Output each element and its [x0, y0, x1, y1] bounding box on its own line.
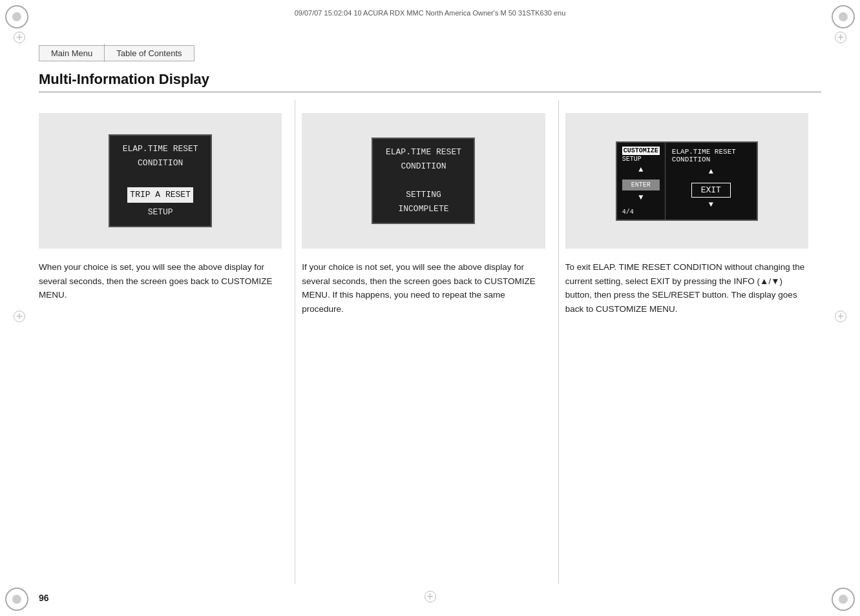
- table-of-contents-button[interactable]: Table of Contents: [105, 45, 194, 61]
- description-2: If your choice is not set, you will see …: [302, 260, 545, 571]
- lcd-line-1b: CONDITION: [138, 158, 183, 168]
- lcd-arrow-down-main: ▼: [672, 200, 750, 209]
- screen-container-2: ELAP.TIME RESET CONDITION SETTING INCOMP…: [302, 113, 545, 249]
- lcd-highlighted-1: TRIP A RESET: [127, 187, 193, 203]
- content-area: ELAP.TIME RESET CONDITION TRIP A RESET S…: [39, 100, 821, 584]
- lcd-arrow-up-main: ▲: [672, 167, 750, 176]
- lcd-line-2b: CONDITION: [401, 161, 446, 171]
- description-1: When your choice is set, you will see th…: [39, 260, 282, 571]
- column-2: ELAP.TIME RESET CONDITION SETTING INCOMP…: [295, 100, 558, 584]
- reg-mark-left-top: +: [13, 31, 26, 44]
- lcd-arrow-down-sidebar: ▼: [622, 193, 660, 202]
- lcd-arrow-up-sidebar: ▲: [622, 165, 660, 174]
- lcd-customize-label: CUSTOMIZE SETUP: [622, 147, 660, 163]
- top-metadata: 09/07/07 15:02:04 10 ACURA RDX MMC North…: [39, 9, 821, 17]
- lcd-screen-2: ELAP.TIME RESET CONDITION SETTING INCOMP…: [372, 138, 475, 224]
- lcd-line-1e: SETUP: [148, 207, 173, 217]
- reg-mark-left-mid: +: [13, 310, 26, 323]
- corner-decoration-br: [832, 588, 855, 611]
- column-3: CUSTOMIZE SETUP ▲ ENTER ▼ 4/4 ELAP.TIME …: [559, 100, 821, 584]
- column-1: ELAP.TIME RESET CONDITION TRIP A RESET S…: [39, 100, 295, 584]
- lcd-main-line-1: ELAP.TIME RESET: [672, 148, 750, 156]
- reg-mark-bottom-center: +: [424, 590, 437, 603]
- lcd-screen-3: CUSTOMIZE SETUP ▲ ENTER ▼ 4/4 ELAP.TIME …: [616, 141, 758, 221]
- main-menu-button[interactable]: Main Menu: [39, 45, 104, 61]
- corner-decoration-bl: [5, 588, 28, 611]
- reg-mark-right-top: +: [834, 31, 847, 44]
- lcd-line-2a: ELAP.TIME RESET: [386, 147, 461, 157]
- reg-mark-right-mid: +: [834, 310, 847, 323]
- nav-bar: Main Menu Table of Contents: [39, 44, 194, 62]
- lcd-setup-label: SETUP: [622, 156, 660, 163]
- corner-decoration-tl: [5, 5, 28, 28]
- page-title: Multi-Information Display: [39, 71, 821, 92]
- description-3: To exit ELAP. TIME RESET CONDITION witho…: [565, 260, 808, 571]
- lcd-fraction: 4/4: [622, 209, 660, 216]
- lcd-sidebar-3: CUSTOMIZE SETUP ▲ ENTER ▼ 4/4: [617, 143, 666, 220]
- lcd-line-2d: SETTING: [406, 190, 441, 200]
- lcd-main-line-2: CONDITION: [672, 156, 750, 163]
- columns-container: ELAP.TIME RESET CONDITION TRIP A RESET S…: [39, 100, 821, 584]
- screen-container-1: ELAP.TIME RESET CONDITION TRIP A RESET S…: [39, 113, 282, 249]
- lcd-main-panel-3: ELAP.TIME RESET CONDITION ▲ EXIT ▼: [666, 143, 757, 220]
- corner-decoration-tr: [832, 5, 855, 28]
- lcd-screen-1: ELAP.TIME RESET CONDITION TRIP A RESET S…: [109, 134, 212, 227]
- lcd-customize-title: CUSTOMIZE: [622, 147, 660, 155]
- screen-container-3: CUSTOMIZE SETUP ▲ ENTER ▼ 4/4 ELAP.TIME …: [565, 113, 808, 249]
- lcd-line-1a: ELAP.TIME RESET: [123, 144, 198, 154]
- lcd-exit-row: EXIT: [672, 183, 750, 198]
- page-number: 96: [39, 593, 49, 603]
- lcd-exit-label: EXIT: [691, 183, 731, 198]
- lcd-enter-button: ENTER: [622, 180, 660, 190]
- lcd-line-2e: INCOMPLETE: [398, 204, 448, 214]
